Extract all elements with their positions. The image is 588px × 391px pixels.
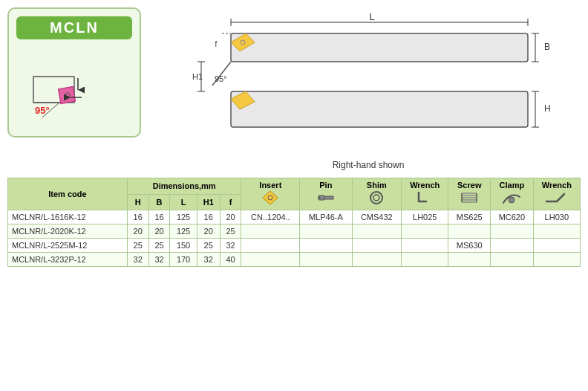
insert-header: Insert <box>241 178 300 210</box>
screw-icon <box>459 190 480 206</box>
dim-l-cell: 125 <box>170 224 197 239</box>
dim-h1-cell: 20 <box>197 224 220 239</box>
svg-rect-27 <box>231 91 528 127</box>
mcln-title: MCLN <box>16 16 132 39</box>
table-section: Item code Dimensions,mm Insert Pin <box>7 178 581 384</box>
left-diagram: 95° <box>16 47 132 129</box>
dim-h-cell: 32 <box>127 253 148 267</box>
shim-header: Shim <box>352 178 402 210</box>
svg-point-39 <box>373 195 379 201</box>
screw-cell <box>448 253 491 267</box>
shim-icon <box>367 190 386 206</box>
clamp-cell <box>491 239 534 253</box>
item-code-cell: MCLNR/L-3232P-12 <box>8 253 128 267</box>
dim-h-header: H <box>127 194 148 210</box>
dim-l-cell: 150 <box>170 239 197 253</box>
right-diagram: L f B 95° <box>156 7 581 170</box>
table-row: MCLNR/L-3232P-1232321703240 <box>8 253 581 267</box>
right-hand-label: Right-hand shown <box>333 160 405 170</box>
dim-l-header: L <box>170 194 197 210</box>
table-body: MCLNR/L-1616K-1216161251620CN..1204..MLP… <box>8 210 581 267</box>
shim-cell: CMS432 <box>352 210 402 224</box>
wrench2-cell <box>533 224 580 239</box>
svg-point-37 <box>318 197 320 199</box>
insert-cell <box>241 224 300 239</box>
left-box: MCLN <box>7 7 141 138</box>
screw-cell <box>448 224 491 239</box>
clamp-header: Clamp <box>491 178 534 210</box>
pin-cell <box>300 253 352 267</box>
pin-icon <box>316 190 336 206</box>
dim-h1-header: H1 <box>197 194 220 210</box>
dim-h-cell: 20 <box>127 224 148 239</box>
item-code-cell: MCLNR/L-2020K-12 <box>8 224 128 239</box>
dim-b-cell: 32 <box>148 253 170 267</box>
dim-b-cell: 25 <box>148 239 170 253</box>
pin-cell <box>300 224 352 239</box>
svg-text:95°: 95° <box>215 74 227 83</box>
data-table: Item code Dimensions,mm Insert Pin <box>7 178 581 267</box>
clamp-cell <box>491 253 534 267</box>
svg-text:L: L <box>369 11 374 22</box>
dim-f-cell: 20 <box>220 210 241 224</box>
left-diagram-svg: 95° <box>19 47 130 129</box>
wrench1-cell <box>402 253 448 267</box>
shim-cell <box>352 224 402 239</box>
pin-cell: MLP46-A <box>300 210 352 224</box>
shim-cell <box>352 239 402 253</box>
insert-icon <box>259 190 281 206</box>
wrench2-icon <box>543 190 570 206</box>
dim-l-cell: 125 <box>170 210 197 224</box>
dim-f-cell: 25 <box>220 224 241 239</box>
wrench1-icon <box>414 190 435 206</box>
dim-f-header: f <box>220 194 241 210</box>
right-diagram-svg: L f B 95° <box>172 11 565 156</box>
svg-text:f: f <box>215 40 218 48</box>
wrench2-cell <box>533 253 580 267</box>
item-code-header: Item code <box>8 178 128 210</box>
dim-h-cell: 25 <box>127 239 148 253</box>
dim-b-cell: 20 <box>148 224 170 239</box>
top-section: MCLN <box>7 7 581 170</box>
dim-f-cell: 32 <box>220 239 241 253</box>
item-code-cell: MCLNR/L-2525M-12 <box>8 239 128 253</box>
svg-rect-1 <box>58 86 75 103</box>
svg-text:H1: H1 <box>192 72 203 81</box>
svg-text:B: B <box>544 42 550 52</box>
main-container: MCLN <box>7 7 581 384</box>
table-row: MCLNR/L-1616K-1216161251620CN..1204..MLP… <box>8 210 581 224</box>
clamp-cell <box>491 224 534 239</box>
screw-cell: MS630 <box>448 239 491 253</box>
table-header-row-1: Item code Dimensions,mm Insert Pin <box>8 178 581 195</box>
insert-cell: CN..1204.. <box>241 210 300 224</box>
screw-cell: MS625 <box>448 210 491 224</box>
item-code-cell: MCLNR/L-1616K-12 <box>8 210 128 224</box>
insert-cell <box>241 253 300 267</box>
pin-cell <box>300 239 352 253</box>
wrench2-cell <box>533 239 580 253</box>
screw-header: Screw <box>448 178 491 210</box>
dim-h1-cell: 32 <box>197 253 220 267</box>
wrench1-cell <box>402 239 448 253</box>
table-row: MCLNR/L-2525M-1225251502532MS630 <box>8 239 581 253</box>
svg-text:H: H <box>544 103 551 114</box>
dim-l-cell: 170 <box>170 253 197 267</box>
pin-header: Pin <box>300 178 352 210</box>
wrench1-cell: LH025 <box>402 210 448 224</box>
shim-cell <box>352 253 402 267</box>
dim-h1-cell: 16 <box>197 210 220 224</box>
table-row: MCLNR/L-2020K-1220201252025 <box>8 224 581 239</box>
clamp-icon <box>500 190 523 206</box>
dimensions-header: Dimensions,mm <box>127 178 241 195</box>
svg-marker-33 <box>263 191 278 204</box>
dim-h1-cell: 25 <box>197 239 220 253</box>
wrench1-cell <box>402 224 448 239</box>
svg-point-47 <box>509 197 514 203</box>
wrench2-header: Wrench <box>533 178 580 210</box>
wrench2-cell: LH030 <box>533 210 580 224</box>
wrench1-header: Wrench <box>402 178 448 210</box>
svg-point-38 <box>370 192 382 204</box>
svg-rect-36 <box>324 196 333 199</box>
clamp-cell: MC620 <box>491 210 534 224</box>
dim-f-cell: 40 <box>220 253 241 267</box>
